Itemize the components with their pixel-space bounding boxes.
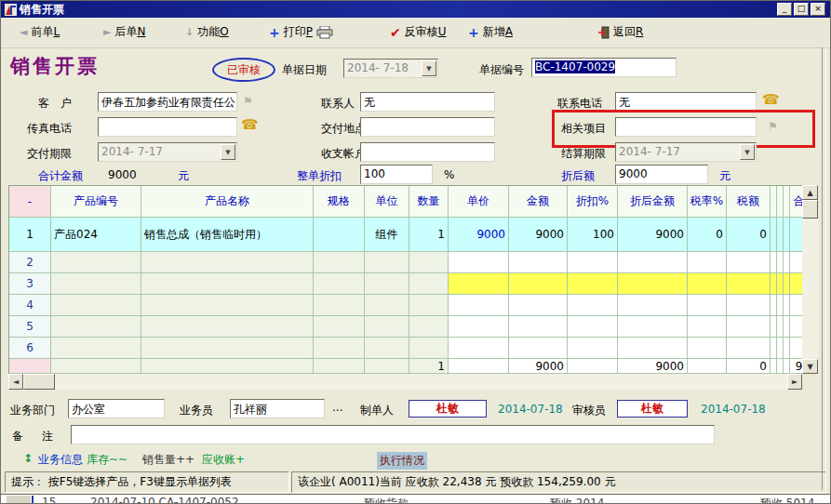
salesman-more-button[interactable]: ... xyxy=(332,401,342,414)
add-new-button[interactable]: + 新增A xyxy=(468,24,513,40)
grid-cell[interactable] xyxy=(618,252,688,272)
grid-cell[interactable] xyxy=(509,252,568,272)
return-button[interactable]: 返回R xyxy=(598,24,643,40)
grid-cell[interactable] xyxy=(618,338,688,358)
grid-cell[interactable] xyxy=(141,338,314,358)
grid-cell[interactable] xyxy=(314,273,365,294)
grid-cell[interactable] xyxy=(141,316,314,337)
grid-cell[interactable] xyxy=(365,252,409,272)
grid-cell[interactable] xyxy=(449,252,509,272)
vertical-scroll-thumb[interactable] xyxy=(802,200,818,219)
delivery-term-combo[interactable]: 2014- 7-17 ▼ xyxy=(98,142,237,162)
grid-cell[interactable] xyxy=(777,252,784,272)
grid-cell[interactable] xyxy=(141,273,314,294)
grid-cell[interactable] xyxy=(771,316,777,337)
grid-cell[interactable] xyxy=(314,218,365,251)
grid-cell[interactable]: 4 xyxy=(9,295,51,315)
execution-status-link[interactable]: 执行情况 xyxy=(377,452,427,470)
grid-cell[interactable] xyxy=(784,295,790,315)
grid-cell[interactable] xyxy=(771,273,777,294)
grid-cell[interactable]: 0 xyxy=(688,218,727,251)
grid-cell[interactable] xyxy=(784,338,790,358)
dept-input[interactable]: 办公室 xyxy=(68,399,165,418)
grid-cell[interactable] xyxy=(409,252,449,272)
grid-cell[interactable]: 1 xyxy=(409,218,449,251)
prev-doc-button[interactable]: ◄ 前单L xyxy=(20,24,60,40)
combo-arrow-icon[interactable]: ▼ xyxy=(422,60,436,76)
grid-cell[interactable] xyxy=(314,338,365,358)
account-input[interactable] xyxy=(360,142,495,162)
next-doc-button[interactable]: ► 后单N xyxy=(103,24,145,40)
grid-cell[interactable] xyxy=(784,218,790,251)
grid-cell[interactable]: 1 xyxy=(9,218,51,251)
grid-cell[interactable] xyxy=(365,338,409,358)
scroll-up-button[interactable]: ▲ xyxy=(802,185,818,200)
discount-input[interactable]: 100 xyxy=(360,165,433,184)
fax-input[interactable] xyxy=(98,117,237,137)
print-button[interactable]: + 打印P xyxy=(269,24,333,40)
grid-cell[interactable] xyxy=(771,295,777,315)
doc-no-input[interactable]: BC-1407-0029 xyxy=(531,58,677,77)
delivery-place-input[interactable] xyxy=(360,117,495,137)
grid-cell[interactable] xyxy=(727,252,771,272)
scroll-down-button[interactable]: ▼ xyxy=(802,359,818,374)
grid-cell[interactable] xyxy=(51,252,141,272)
grid-cell[interactable] xyxy=(568,273,618,294)
scroll-left-button[interactable]: ◄ xyxy=(8,374,23,390)
grid-cell[interactable] xyxy=(314,316,365,337)
grid-cell[interactable] xyxy=(688,273,727,294)
grid-cell[interactable] xyxy=(784,252,790,272)
grid-cell[interactable] xyxy=(618,273,688,294)
grid-cell[interactable] xyxy=(568,252,618,272)
grid-cell[interactable]: 产品024 xyxy=(51,218,141,251)
scroll-right-button[interactable]: ► xyxy=(787,374,802,390)
grid-cell[interactable] xyxy=(771,252,777,272)
grid-cell[interactable]: 9000 xyxy=(618,218,688,251)
grid-cell[interactable] xyxy=(409,295,449,315)
salesman-input[interactable]: 孔祥丽 xyxy=(230,399,325,418)
combo-arrow-icon[interactable]: ▼ xyxy=(221,144,235,160)
grid-horizontal-scrollbar[interactable]: ◄ ► xyxy=(8,374,802,390)
horizontal-scroll-thumb[interactable] xyxy=(23,374,55,390)
grid-cell[interactable] xyxy=(777,218,784,251)
grid-cell[interactable] xyxy=(771,218,777,251)
grid-cell[interactable]: 5 xyxy=(9,316,51,337)
contact-input[interactable]: 无 xyxy=(360,92,495,112)
grid-cell[interactable] xyxy=(618,316,688,337)
grid-cell[interactable]: 100 xyxy=(568,218,618,251)
grid-cell[interactable] xyxy=(449,316,509,337)
grid-cell[interactable] xyxy=(51,316,141,337)
customer-picker-flag-icon[interactable]: ⚑ xyxy=(243,96,253,107)
grid-cell[interactable]: 组件 xyxy=(365,218,409,251)
grid-cell[interactable] xyxy=(727,338,771,358)
grid-cell[interactable] xyxy=(568,295,618,315)
receivable-link[interactable]: 应收账+ xyxy=(202,452,245,468)
unaudit-button[interactable]: ✔ 反审核U xyxy=(390,24,447,40)
grid-cell[interactable]: 9000 xyxy=(449,218,509,251)
auditor-name-box[interactable]: 杜敏 xyxy=(617,400,688,418)
printer-icon[interactable] xyxy=(316,26,333,39)
grid-cell[interactable] xyxy=(688,252,727,272)
grid-cell[interactable]: 2 xyxy=(9,252,51,272)
functions-button[interactable]: ↓ 功能O xyxy=(185,24,229,40)
customer-input[interactable]: 伊春五加参药业有限责任公 xyxy=(98,92,237,112)
grid-cell[interactable] xyxy=(365,295,409,315)
grid-cell[interactable] xyxy=(688,316,727,337)
grid-cell[interactable] xyxy=(568,338,618,358)
combo-arrow-icon[interactable]: ▼ xyxy=(740,144,755,160)
grid-cell[interactable] xyxy=(51,338,141,358)
grid-cell[interactable] xyxy=(409,316,449,337)
grid-cell[interactable]: 3 xyxy=(9,273,51,294)
grid-vertical-scrollbar[interactable]: ▲ ▼ xyxy=(802,185,818,374)
close-button[interactable]: × xyxy=(811,3,825,16)
grid-cell[interactable] xyxy=(449,273,509,294)
grid-cell[interactable]: 9000 xyxy=(509,218,568,251)
grid-cell[interactable] xyxy=(141,295,314,315)
grid-cell[interactable] xyxy=(509,338,568,358)
grid-cell[interactable] xyxy=(409,273,449,294)
grid-cell[interactable] xyxy=(314,295,365,315)
phone-icon[interactable]: ☎ xyxy=(762,93,780,107)
grid-cell[interactable] xyxy=(509,316,568,337)
grid-cell[interactable] xyxy=(777,295,784,315)
stock-link[interactable]: 库存~~ xyxy=(87,452,127,468)
